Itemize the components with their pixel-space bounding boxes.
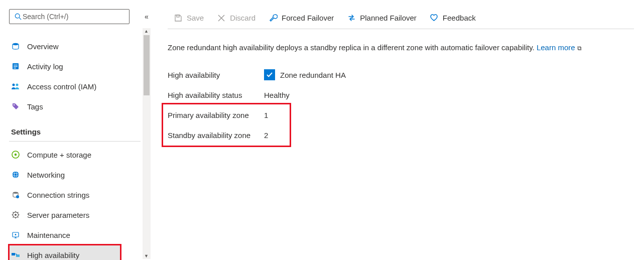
search-input[interactable] [23,13,125,21]
svg-line-26 [18,212,19,213]
sidebar-item-access-control[interactable]: Access control (IAM) [9,76,143,96]
sidebar-section-settings: Settings [9,116,151,140]
button-label: Feedback [443,14,476,22]
sidebar-item-label: Access control (IAM) [27,82,96,91]
label-high-availability: High availability [168,71,264,79]
sidebar-item-networking[interactable]: Networking [9,165,143,185]
learn-more-link[interactable]: Learn more [537,43,575,52]
globe-icon [11,170,20,179]
sidebar-item-label: High availability [27,251,79,259]
svg-point-0 [15,14,20,18]
svg-point-18 [15,214,17,216]
maintenance-icon [11,230,20,239]
label-primary-zone: Primary availability zone [168,111,264,119]
svg-rect-33 [177,15,179,17]
gear-icon [11,210,20,219]
ha-settings: High availability Zone redundant HA High… [168,65,634,145]
svg-point-15 [13,192,18,194]
svg-point-12 [13,172,19,178]
zone-redundant-checkbox[interactable] [264,69,275,80]
sidebar: « Overview Activity log Access control (… [0,0,151,260]
svg-rect-5 [14,66,18,67]
sidebar-item-tags[interactable]: Tags [9,96,143,116]
svg-line-23 [13,212,14,213]
svg-point-11 [15,154,17,156]
row-primary-zone: Primary availability zone 1 [168,105,268,125]
forced-failover-button[interactable]: Forced Failover [263,11,340,26]
sidebar-item-label: Server parameters [27,211,89,219]
search-icon [14,12,23,21]
compute-icon [11,150,20,159]
sidebar-item-server-parameters[interactable]: Server parameters [9,205,143,225]
sidebar-item-label: Maintenance [27,231,70,239]
tag-icon [11,102,20,111]
checkbox-label: Zone redundant HA [280,71,346,79]
discard-button: Discard [211,11,262,26]
search-box[interactable] [9,9,130,24]
button-label: Forced Failover [282,14,334,22]
button-label: Save [187,14,204,22]
feedback-button[interactable]: Feedback [424,11,482,26]
sidebar-item-label: Compute + storage [27,151,91,159]
sidebar-item-connection-strings[interactable]: Connection strings [9,185,143,205]
svg-point-16 [16,195,19,198]
toolbar: Save Discard Forced Failover Planned Fai… [168,9,634,29]
sidebar-item-label: Overview [27,42,59,51]
sidebar-item-label: Activity log [27,62,63,71]
scroll-up-icon[interactable]: ▲ [144,29,149,34]
label-ha-status: High availability status [168,91,264,99]
swap-icon [347,14,356,23]
people-icon [11,82,20,91]
scroll-down-icon[interactable]: ▼ [144,253,149,258]
scrollbar[interactable]: ▲ ▼ [143,28,151,259]
label-standby-zone: Standby availability zone [168,131,264,140]
svg-point-9 [14,104,15,105]
svg-point-30 [15,234,17,235]
svg-point-8 [16,84,19,86]
divider [9,141,141,142]
svg-rect-4 [14,65,18,65]
value-standby-zone: 2 [264,131,268,140]
sidebar-item-activity-log[interactable]: Activity log [9,56,143,76]
sidebar-item-compute-storage[interactable]: Compute + storage [9,145,143,165]
save-button: Save [168,11,210,26]
heart-icon [430,14,439,23]
button-label: Planned Failover [360,14,417,22]
activity-log-icon [11,62,20,71]
svg-point-2 [13,43,19,45]
sidebar-item-overview[interactable]: Overview [9,36,143,56]
row-high-availability: High availability Zone redundant HA [168,65,634,85]
close-icon [217,14,226,23]
sidebar-item-label: Tags [27,102,43,111]
row-standby-zone: Standby availability zone 2 [168,125,268,145]
sidebar-item-high-availability[interactable]: High availability [9,245,120,260]
svg-line-24 [18,217,19,218]
sidebar-item-label: Networking [27,171,65,179]
row-ha-status: High availability status Healthy [168,85,634,105]
external-link-icon: ⧉ [577,45,582,52]
sidebar-item-maintenance[interactable]: Maintenance [9,225,143,245]
scrollbar-thumb[interactable] [144,35,150,95]
wrench-icon [269,14,278,23]
main-panel: Save Discard Forced Failover Planned Fai… [151,0,644,260]
collapse-sidebar-button[interactable]: « [145,13,149,21]
sidebar-item-label: Connection strings [27,191,89,199]
high-availability-icon [11,250,20,259]
connection-icon [11,190,20,199]
value-ha-status: Healthy [264,91,290,99]
svg-rect-31 [12,253,15,255]
value-primary-zone: 1 [264,111,268,119]
svg-line-1 [19,18,21,20]
button-label: Discard [230,14,255,22]
database-icon [11,42,20,51]
description-text: Zone redundant high availability deploys… [168,43,634,52]
save-icon [174,14,183,23]
svg-rect-6 [14,68,16,68]
svg-point-7 [13,84,15,86]
svg-line-25 [13,217,14,218]
planned-failover-button[interactable]: Planned Failover [341,11,423,26]
